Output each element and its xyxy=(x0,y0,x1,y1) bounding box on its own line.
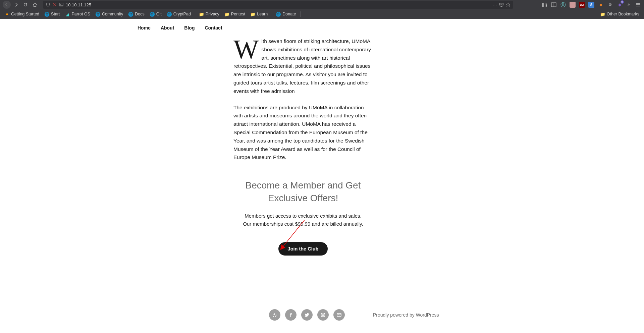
yelp-icon[interactable] xyxy=(269,309,280,321)
url-text: 10.10.11.125 xyxy=(66,2,491,7)
extension-icons: uO S ◆ ⚙ ◆9 ✲ xyxy=(541,2,641,8)
browser-toolbar: 10.10.11.125 ⋯ uO S ◆ ⚙ ◆9 ✲ xyxy=(0,0,644,9)
join-button[interactable]: Join the Club xyxy=(278,242,328,256)
ext-icon-1[interactable] xyxy=(570,2,576,8)
other-bookmarks[interactable]: 📁Other Bookmarks xyxy=(598,11,641,17)
intro-paragraph: With seven floors of striking architectu… xyxy=(233,37,373,96)
reload-button[interactable] xyxy=(21,1,30,9)
email-icon[interactable] xyxy=(333,309,345,321)
more-icon[interactable]: ⋯ xyxy=(493,2,497,7)
tracking-icon xyxy=(52,2,57,7)
bookmark-community[interactable]: 🌐Community xyxy=(94,11,125,17)
menu-icon[interactable] xyxy=(635,2,641,8)
content-column: With seven floors of striking architectu… xyxy=(233,37,373,162)
ext-icon-5[interactable]: ⚙ xyxy=(607,2,613,8)
image-icon xyxy=(59,2,64,7)
shield-icon xyxy=(46,2,50,7)
nav-blog[interactable]: Blog xyxy=(184,25,195,31)
bookmark-divider-2 xyxy=(272,11,272,17)
svg-rect-9 xyxy=(337,313,341,316)
home-button[interactable] xyxy=(31,1,39,9)
ext-icon-3[interactable]: S xyxy=(588,2,594,8)
url-bar[interactable]: 10.10.11.125 ⋯ xyxy=(43,1,513,9)
sidebar-icon[interactable] xyxy=(551,2,557,8)
svg-point-8 xyxy=(324,314,324,314)
bookmark-privacy[interactable]: 📁Privacy xyxy=(197,11,221,17)
twitter-icon[interactable] xyxy=(301,309,313,321)
powered-by[interactable]: Proudly powered by WordPress xyxy=(373,312,439,318)
bookmark-star-icon[interactable] xyxy=(506,2,511,7)
page-viewport[interactable]: Home About Blog Contact With seven floor… xyxy=(0,19,644,333)
member-text: Members get access to exclusive exhibits… xyxy=(233,212,373,228)
nav-about[interactable]: About xyxy=(161,25,174,31)
svg-rect-2 xyxy=(551,3,556,7)
instagram-icon[interactable] xyxy=(317,309,329,321)
body-paragraph: The exhibitions are produced by UMoMA in… xyxy=(233,104,373,162)
ublock-icon[interactable]: uO xyxy=(579,2,585,8)
site-footer: Proudly powered by WordPress xyxy=(0,299,644,333)
library-icon[interactable] xyxy=(541,2,547,8)
back-button[interactable] xyxy=(3,1,11,9)
nav-home[interactable]: Home xyxy=(138,25,151,31)
bookmark-pentest[interactable]: 📁Pentest xyxy=(223,11,247,17)
pocket-icon[interactable] xyxy=(499,2,504,7)
bookmark-git[interactable]: 🌐Git xyxy=(148,11,164,17)
ext-icon-6[interactable]: ◆9 xyxy=(616,2,623,8)
bookmark-getting-started[interactable]: ●Getting Started xyxy=(3,11,41,17)
url-actions: ⋯ xyxy=(493,2,511,7)
forward-button[interactable] xyxy=(12,1,20,9)
bookmark-donate[interactable]: 🌐Donate xyxy=(274,11,298,17)
social-icons xyxy=(269,309,345,321)
nav-contact[interactable]: Contact xyxy=(205,25,222,31)
svg-point-1 xyxy=(60,4,61,4)
svg-point-7 xyxy=(322,314,324,316)
browser-chrome: 10.10.11.125 ⋯ uO S ◆ ⚙ ◆9 ✲ ●Getting St… xyxy=(0,0,644,19)
bookmark-parrot[interactable]: ◢Parrot OS xyxy=(63,11,92,17)
facebook-icon[interactable] xyxy=(285,309,297,321)
bookmark-bar: ●Getting Started 🌐Start ◢Parrot OS 🌐Comm… xyxy=(0,9,644,19)
account-icon[interactable] xyxy=(560,2,566,8)
ext-icon-4[interactable]: ◆ xyxy=(598,2,604,8)
site-nav: Home About Blog Contact xyxy=(0,19,644,37)
bookmark-docs[interactable]: 🌐Docs xyxy=(126,11,146,17)
bookmark-cryptpad[interactable]: 🌐CryptPad xyxy=(165,11,193,17)
bookmark-divider xyxy=(195,11,195,17)
bookmark-start[interactable]: 🌐Start xyxy=(43,11,62,17)
bookmark-learn[interactable]: 📁Learn xyxy=(249,11,270,17)
bookmark-divider-3 xyxy=(300,11,301,17)
drop-cap: W xyxy=(233,37,262,59)
member-title: Become a Member and Get Exclusive Offers… xyxy=(233,179,373,205)
member-section: Become a Member and Get Exclusive Offers… xyxy=(233,170,373,256)
ext-icon-7[interactable]: ✲ xyxy=(626,2,632,8)
svg-point-5 xyxy=(562,3,564,5)
